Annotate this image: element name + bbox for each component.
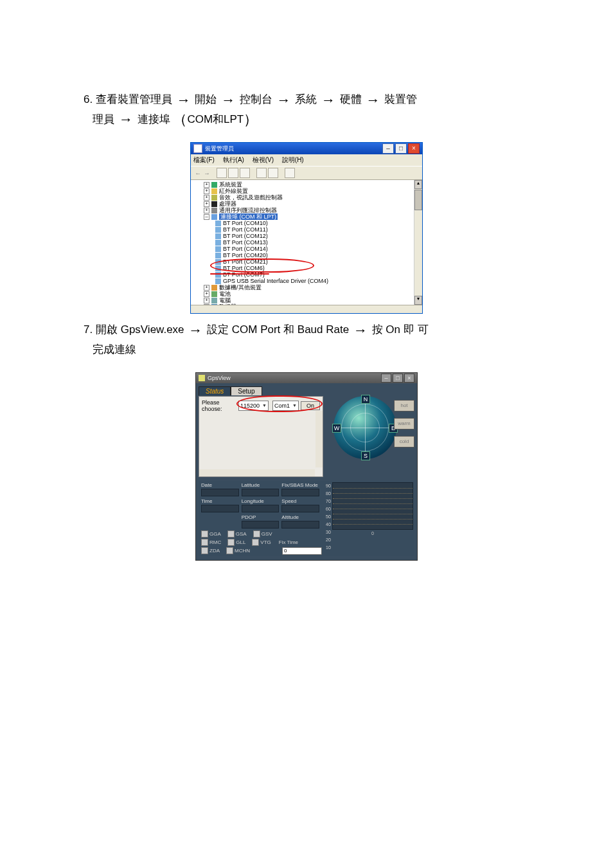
collapse-icon[interactable]: – [204, 214, 209, 220]
t: 裝置管 [384, 93, 417, 105]
tree-label: 音效，視訊及遊戲控制器 [219, 194, 283, 201]
tab-setup[interactable]: Setup [231, 386, 262, 395]
tree-leaf-gps[interactable]: GPS USB Serial Interface Driver (COM4) [192, 278, 421, 284]
expand-icon[interactable]: + [204, 182, 209, 188]
tree-node[interactable]: +電腦 [192, 297, 421, 303]
t: 即 [404, 323, 414, 336]
on-button[interactable]: On [301, 401, 320, 410]
fixtime-field[interactable]: 0 [282, 547, 322, 555]
scroll-up-icon[interactable]: ▲ [414, 180, 422, 189]
maximize-button[interactable]: □ [395, 143, 407, 154]
tree-leaf[interactable]: BT Port (COM12) [192, 233, 421, 239]
toolbar-button[interactable] [228, 168, 238, 178]
tree-leaf[interactable]: BT Port (COM20) [192, 252, 421, 258]
toolbar-button[interactable] [285, 168, 295, 178]
checkbox[interactable] [227, 530, 235, 538]
checkbox[interactable] [226, 547, 233, 554]
tree-node[interactable]: +系統裝置 [192, 181, 421, 188]
warm-button[interactable]: warm [394, 418, 414, 429]
ring-icon [350, 413, 380, 442]
port-icon [211, 214, 217, 220]
tree-node-ports[interactable]: –連接埠 (COM 和 LPT) [192, 213, 421, 220]
lon-field [242, 505, 280, 512]
expand-icon[interactable]: + [204, 208, 209, 213]
scroll-thumb[interactable] [414, 190, 422, 210]
menu-file[interactable]: 檔案(F) [193, 156, 215, 163]
baud-select[interactable]: 115200▼ [238, 401, 269, 411]
close-button[interactable]: × [408, 143, 420, 154]
ylab: 20 [326, 538, 331, 542]
window-titlebar[interactable]: GpsView – □ × [196, 373, 417, 383]
checkbox[interactable] [253, 530, 260, 538]
tab-status[interactable]: Status [199, 386, 231, 395]
tree-leaf[interactable]: BT Port (COM14) [192, 246, 421, 252]
checkbox[interactable] [252, 539, 259, 546]
tree-node[interactable]: +通用序列匯流排控制器 [192, 207, 421, 213]
tree-node[interactable]: +電池 [192, 291, 421, 297]
cold-button[interactable]: cold [394, 436, 414, 448]
lat-label: Latitude [242, 482, 280, 488]
menu-action[interactable]: 執行(A) [223, 156, 244, 163]
scrollbar-vertical[interactable]: ▲ ▼ [414, 180, 422, 305]
expand-icon[interactable]: + [204, 285, 209, 291]
close-button[interactable]: × [404, 374, 414, 383]
t: 系統 [295, 93, 317, 105]
tree-node[interactable]: +紅外線裝置 [192, 188, 421, 194]
back-icon[interactable]: ← [195, 170, 201, 177]
toolbar-button[interactable] [256, 168, 267, 178]
connection-controls: Please choose: 115200▼ Com1▼ On [202, 399, 320, 412]
t: 查看裝置管理員 [96, 93, 172, 105]
minimize-button[interactable]: – [381, 374, 391, 383]
nmea-checks-2: RMC GLL VTG Fix Time [201, 539, 322, 546]
scrollbar-horizontal[interactable] [199, 469, 315, 476]
snr-chart: 90 80 70 60 50 40 30 20 10 [324, 481, 414, 556]
time-label: Time [201, 498, 239, 504]
device-tree[interactable]: +系統裝置 +紅外線裝置 +音效，視訊及遊戲控制器 +處理器 +通用序列匯流排控… [191, 180, 422, 305]
checkbox[interactable] [201, 530, 208, 538]
hot-button[interactable]: hot [394, 400, 414, 411]
maximize-button[interactable]: □ [393, 374, 403, 383]
expand-icon[interactable]: + [204, 188, 209, 194]
menu-help[interactable]: 說明(H) [282, 156, 304, 163]
ylab: 60 [326, 507, 331, 511]
expand-icon[interactable]: + [204, 304, 209, 305]
tree-node[interactable]: +處理器 [192, 201, 421, 207]
globe-skyplot: N S E W [333, 396, 396, 459]
scroll-down-icon[interactable]: ▼ [414, 296, 422, 305]
window-titlebar[interactable]: 裝置管理員 – □ × [191, 143, 422, 154]
com-select[interactable]: Com1▼ [272, 401, 299, 411]
checkbox[interactable] [201, 547, 208, 554]
expand-icon[interactable]: + [204, 195, 209, 201]
expand-icon[interactable]: + [204, 291, 209, 297]
menu-bar[interactable]: 檔案(F) 執行(A) 檢視(V) 說明(H) [191, 154, 422, 166]
ylab: 30 [326, 530, 331, 534]
checkbox[interactable] [227, 539, 235, 546]
tree-leaf[interactable]: BT Port (COM21) [192, 258, 421, 265]
toolbar-button[interactable] [217, 168, 227, 178]
step-7-text: 7. 開啟 GpsView.exe → 設定 COM Port 和 Baud R… [84, 320, 529, 359]
checkbox[interactable] [201, 539, 208, 546]
forward-icon[interactable]: → [204, 170, 210, 177]
minimize-button[interactable]: – [382, 143, 394, 154]
t: 完成連線 [93, 343, 136, 356]
tree-leaf[interactable]: BT Port (COM7) [192, 271, 421, 278]
menu-view[interactable]: 檢視(V) [253, 156, 274, 163]
scrollbar-vertical[interactable] [315, 411, 323, 467]
tree-node[interactable]: +音效，視訊及遊戲控制器 [192, 194, 421, 201]
expand-icon[interactable]: + [204, 201, 209, 207]
tree-leaf[interactable]: BT Port (COM10) [192, 220, 421, 226]
tree-node[interactable]: +監視器 [192, 303, 421, 305]
expand-icon[interactable]: + [204, 298, 209, 303]
arrow-icon: → [365, 92, 382, 108]
toolbar-button[interactable] [268, 168, 278, 178]
lon-label: Longitude [242, 498, 280, 504]
tree-leaf[interactable]: BT Port (COM13) [192, 239, 421, 246]
gps-icon [215, 278, 221, 284]
toolbar-button[interactable] [240, 168, 250, 178]
tree-node[interactable]: +數據機/其他裝置 [192, 284, 421, 291]
speed-label: Speed [281, 498, 319, 504]
tree-leaf[interactable]: BT Port (COM11) [192, 226, 421, 233]
tree-leaf[interactable]: BT Port (COM6) [192, 265, 421, 271]
toolbar: ← → [191, 166, 422, 180]
date-field [201, 489, 239, 496]
